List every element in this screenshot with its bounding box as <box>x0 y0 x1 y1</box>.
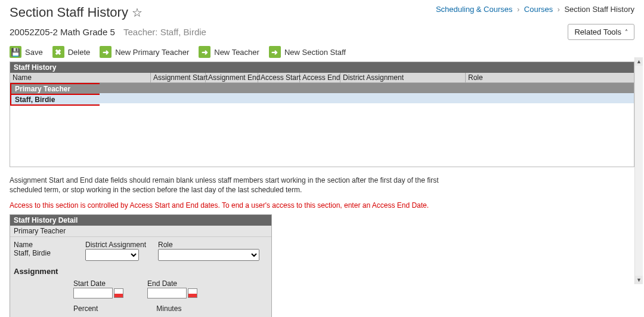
district-assignment-select[interactable] <box>85 249 139 261</box>
save-button[interactable]: 💾 Save <box>10 46 43 58</box>
arrow-right-icon: ➜ <box>269 46 281 58</box>
new-primary-teacher-button[interactable]: ➜ New Primary Teacher <box>100 46 189 58</box>
scroll-down-icon[interactable]: ▼ <box>635 276 643 284</box>
district-assignment-label: District Assignment <box>85 241 146 249</box>
new-staff-label: New Section Staff <box>284 48 346 57</box>
role-select[interactable] <box>158 249 259 261</box>
staff-history-detail-panel: Staff History Detail Primary Teacher Nam… <box>10 214 272 317</box>
page-scrollbar[interactable]: ▲ ▼ <box>634 57 643 284</box>
breadcrumb-link-courses[interactable]: Courses <box>524 5 553 14</box>
chevron-right-icon: › <box>558 5 560 14</box>
help-text-access: Access to this section is controlled by … <box>10 201 439 210</box>
name-value: Staff, Birdie <box>14 249 73 257</box>
related-tools-label: Related Tools <box>574 27 621 36</box>
col-access-end[interactable]: Access End <box>300 73 340 82</box>
col-assignment-start[interactable]: Assignment Start <box>151 73 206 82</box>
related-tools-button[interactable]: Related Tools ˄ <box>568 24 634 40</box>
start-date-input[interactable] <box>73 288 113 298</box>
start-date-label: Start Date <box>73 279 123 288</box>
name-label: Name <box>14 241 73 249</box>
calendar-icon[interactable] <box>188 288 197 298</box>
new-teacher-button[interactable]: ➜ New Teacher <box>199 46 259 58</box>
arrow-right-icon: ➜ <box>100 46 112 58</box>
percent-label: Percent <box>73 304 98 313</box>
minutes-label: Minutes <box>156 304 181 313</box>
assignment-header: Assignment <box>14 267 268 276</box>
group-header-primary-teacher[interactable]: Primary Teacher <box>10 83 100 95</box>
detail-subtitle: Primary Teacher <box>10 226 271 237</box>
new-section-staff-button[interactable]: ➜ New Section Staff <box>269 46 346 58</box>
role-label: Role <box>158 241 259 249</box>
arrow-right-icon: ➜ <box>199 46 210 58</box>
table-row[interactable]: Staff, Birdie <box>10 95 100 106</box>
save-label: Save <box>25 48 43 57</box>
scroll-up-icon[interactable]: ▲ <box>635 57 643 66</box>
new-primary-label: New Primary Teacher <box>115 48 189 57</box>
help-text-assignment: Assignment Start and End date fields sho… <box>10 176 439 195</box>
new-teacher-label: New Teacher <box>214 48 259 57</box>
chevron-right-icon: › <box>517 5 519 14</box>
save-icon: 💾 <box>10 46 21 58</box>
delete-button[interactable]: ✖ Delete <box>52 46 91 58</box>
breadcrumb: Scheduling & Courses › Courses › Section… <box>436 5 634 14</box>
detail-title: Staff History Detail <box>10 215 271 226</box>
end-date-label: End Date <box>147 279 197 288</box>
end-date-input[interactable] <box>147 288 187 298</box>
col-name[interactable]: Name <box>10 73 151 82</box>
delete-label: Delete <box>68 48 91 57</box>
grid-body[interactable]: Primary Teacher Staff, Birdie <box>10 83 634 167</box>
page-title: Section Staff History <box>10 5 128 20</box>
col-district-assignment[interactable]: District Assignment <box>340 73 466 82</box>
course-identifier: 20052Z05-2 Math Grade 5 <box>10 27 115 37</box>
col-role[interactable]: Role <box>466 73 634 82</box>
breadcrumb-link-scheduling[interactable]: Scheduling & Courses <box>436 5 513 14</box>
teacher-label: Teacher: Staff, Birdie <box>123 27 206 37</box>
delete-icon: ✖ <box>52 46 64 58</box>
chevron-up-icon: ˄ <box>625 29 628 35</box>
grid-header-row: Name Assignment Start Assignment End Acc… <box>10 73 634 83</box>
col-assignment-end[interactable]: Assignment End <box>206 73 258 82</box>
staff-history-grid: Staff History Name Assignment Start Assi… <box>10 61 634 167</box>
calendar-icon[interactable] <box>114 288 123 298</box>
breadcrumb-current: Section Staff History <box>564 5 634 14</box>
grid-title: Staff History <box>10 62 634 73</box>
col-access-start[interactable]: Access Start <box>258 73 300 82</box>
favorite-star-icon[interactable]: ☆ <box>132 7 143 19</box>
